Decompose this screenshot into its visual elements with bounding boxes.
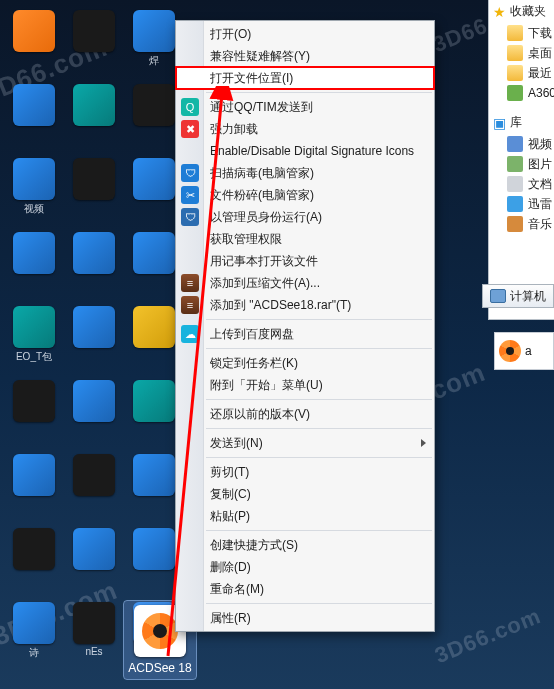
xunlei-icon <box>507 196 523 212</box>
desktop-icon[interactable]: 诗 <box>6 602 62 672</box>
nav-downloads[interactable]: 下载 <box>489 23 554 43</box>
desktop-icon[interactable]: nEs <box>66 602 122 672</box>
app-icon <box>73 232 115 274</box>
ctx-add-to-rar[interactable]: ≡添加到 "ACDSee18.rar"(T) <box>176 294 434 316</box>
nav-a360[interactable]: A360 <box>489 83 554 103</box>
ctx-open-file-location[interactable]: 打开文件位置(I) <box>176 67 434 89</box>
toolbar-acdsee[interactable]: a <box>494 332 554 370</box>
ctx-force-uninstall[interactable]: ✖强力卸载 <box>176 118 434 140</box>
app-icon <box>13 602 55 644</box>
ctx-open-notepad[interactable]: 用记事本打开该文件 <box>176 250 434 272</box>
app-icon <box>13 232 55 274</box>
ctx-file-shred[interactable]: ✂文件粉碎(电脑管家) <box>176 184 434 206</box>
uninstall-icon: ✖ <box>181 120 199 138</box>
ctx-restore-previous[interactable]: 还原以前的版本(V) <box>176 403 434 425</box>
desktop-icon[interactable]: 焊 <box>126 10 182 80</box>
computer-icon <box>490 289 506 303</box>
cloud-icon: ☁ <box>181 325 199 343</box>
nav-desktop[interactable]: 桌面 <box>489 43 554 63</box>
app-icon <box>73 602 115 644</box>
shield-icon: 🛡 <box>181 164 199 182</box>
winrar-icon: ≡ <box>181 274 199 292</box>
desktop-icon[interactable]: 视频 <box>6 158 62 228</box>
admin-shield-icon: 🛡 <box>181 208 199 226</box>
nav-xunlei[interactable]: 迅雷 <box>489 194 554 214</box>
desktop-icon-label: 焊 <box>149 54 159 68</box>
app-icon <box>73 454 115 496</box>
desktop-icon-label: 诗 <box>29 646 39 660</box>
desktop-icon[interactable] <box>66 232 122 302</box>
app-icon <box>133 158 175 200</box>
desktop-icon[interactable] <box>126 528 182 598</box>
desktop-icon-grid: 焊视频EO_T包诗nEskyN <box>6 10 186 670</box>
desktop-icon[interactable] <box>66 380 122 450</box>
desktop-icon[interactable] <box>126 380 182 450</box>
desktop-icon[interactable] <box>6 10 62 80</box>
nav-recent[interactable]: 最近 <box>489 63 554 83</box>
ctx-run-as-admin[interactable]: 🛡以管理员身份运行(A) <box>176 206 434 228</box>
video-icon <box>507 136 523 152</box>
desktop-icon[interactable] <box>6 84 62 154</box>
winrar-icon: ≡ <box>181 296 199 314</box>
app-icon <box>73 158 115 200</box>
ctx-add-archive[interactable]: ≡添加到压缩文件(A)... <box>176 272 434 294</box>
ctx-send-to[interactable]: 发送到(N) <box>176 432 434 454</box>
nav-libraries[interactable]: ▣库 <box>489 111 554 134</box>
ctx-digital-signature[interactable]: Enable/Disable Digital Signature Icons <box>176 140 434 162</box>
desktop-icon[interactable] <box>66 306 122 376</box>
desktop-icon-label: nEs <box>85 646 102 657</box>
folder-icon <box>507 45 523 61</box>
ctx-compatibility[interactable]: 兼容性疑难解答(Y) <box>176 45 434 67</box>
desktop-icon[interactable] <box>126 158 182 228</box>
ctx-pin-taskbar[interactable]: 锁定到任务栏(K) <box>176 352 434 374</box>
nav-favorites[interactable]: ★收藏夹 <box>489 0 554 23</box>
ctx-copy[interactable]: 复制(C) <box>176 483 434 505</box>
documents-icon <box>507 176 523 192</box>
nav-videos[interactable]: 视频 <box>489 134 554 154</box>
desktop-icon-label: ACDSee 18 <box>124 661 196 675</box>
desktop-icon[interactable] <box>6 232 62 302</box>
desktop-icon[interactable] <box>126 454 182 524</box>
app-icon <box>133 380 175 422</box>
nav-documents[interactable]: 文档 <box>489 174 554 194</box>
ctx-create-shortcut[interactable]: 创建快捷方式(S) <box>176 534 434 556</box>
desktop-icon[interactable] <box>66 10 122 80</box>
desktop-icon[interactable] <box>126 232 182 302</box>
ctx-upload-baidu[interactable]: ☁上传到百度网盘 <box>176 323 434 345</box>
ctx-scan-virus[interactable]: 🛡扫描病毒(电脑管家) <box>176 162 434 184</box>
nav-music[interactable]: 音乐 <box>489 214 554 234</box>
app-icon <box>133 84 175 126</box>
app-icon <box>133 10 175 52</box>
ctx-get-perm[interactable]: 获取管理权限 <box>176 228 434 250</box>
desktop-icon[interactable] <box>6 380 62 450</box>
desktop-icon[interactable] <box>66 158 122 228</box>
desktop-icon[interactable] <box>66 454 122 524</box>
nav-computer-button[interactable]: 计算机 <box>482 284 554 308</box>
watermark: 3D66.com <box>431 603 545 669</box>
desktop-icon[interactable]: EO_T包 <box>6 306 62 376</box>
desktop-icon[interactable] <box>6 454 62 524</box>
app-icon <box>13 528 55 570</box>
qq-icon: Q <box>181 98 199 116</box>
desktop-icon[interactable] <box>126 306 182 376</box>
desktop-icon[interactable] <box>66 528 122 598</box>
app-icon <box>133 232 175 274</box>
desktop-icon[interactable] <box>66 84 122 154</box>
ctx-open[interactable]: 打开(O) <box>176 23 434 45</box>
app-icon <box>73 10 115 52</box>
desktop-icon[interactable] <box>6 528 62 598</box>
app-icon <box>133 306 175 348</box>
app-icon <box>133 454 175 496</box>
app-icon <box>73 528 115 570</box>
nav-pictures[interactable]: 图片 <box>489 154 554 174</box>
ctx-rename[interactable]: 重命名(M) <box>176 578 434 600</box>
ctx-cut[interactable]: 剪切(T) <box>176 461 434 483</box>
ctx-delete[interactable]: 删除(D) <box>176 556 434 578</box>
ctx-qq-send[interactable]: Q通过QQ/TIM发送到 <box>176 96 434 118</box>
ctx-properties[interactable]: 属性(R) <box>176 607 434 629</box>
desktop-icon[interactable] <box>126 84 182 154</box>
ctx-paste[interactable]: 粘贴(P) <box>176 505 434 527</box>
ctx-pin-start[interactable]: 附到「开始」菜单(U) <box>176 374 434 396</box>
app-icon <box>73 306 115 348</box>
music-icon <box>507 216 523 232</box>
